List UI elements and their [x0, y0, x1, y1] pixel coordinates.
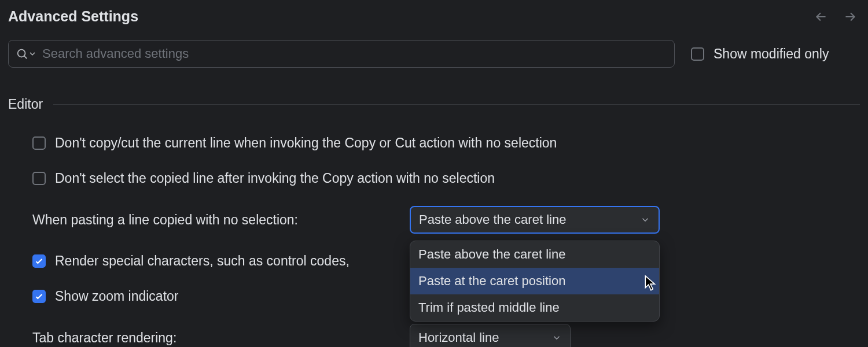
search-box[interactable]	[8, 40, 675, 68]
forward-arrow-icon[interactable]	[843, 9, 858, 24]
nav-arrows	[814, 9, 858, 24]
checkbox-show-zoom[interactable]	[32, 290, 46, 303]
back-arrow-icon[interactable]	[814, 9, 829, 24]
checkbox-dont-select-copied[interactable]	[32, 172, 46, 185]
dropdown-item-trim-middle[interactable]: Trim if pasted middle line	[410, 294, 659, 321]
dropdown-item-paste-above[interactable]: Paste above the caret line	[410, 241, 659, 268]
label-tab-rendering: Tab character rendering:	[32, 330, 410, 346]
option-dont-copy-cut[interactable]: Don't copy/cut the current line when inv…	[32, 135, 860, 151]
select-paste-behavior[interactable]: Paste above the caret line	[410, 206, 660, 234]
select-tab-value: Horizontal line	[418, 330, 499, 345]
setting-tab-rendering: Tab character rendering: Horizontal line	[32, 324, 860, 347]
search-dropdown-icon[interactable]	[30, 51, 35, 57]
section-header: Editor	[8, 97, 860, 112]
page-title: Advanced Settings	[8, 8, 138, 25]
option-dont-select-copied[interactable]: Don't select the copied line after invok…	[32, 171, 860, 186]
select-paste-value: Paste above the caret line	[419, 212, 566, 227]
section-divider	[53, 104, 860, 105]
dropdown-item-paste-at-caret[interactable]: Paste at the caret position	[410, 268, 659, 294]
search-input[interactable]	[42, 46, 667, 61]
checkbox-render-special[interactable]	[32, 254, 46, 268]
select-tab-rendering[interactable]: Horizontal line	[410, 324, 571, 347]
label-render-special: Render special characters, such as contr…	[55, 253, 350, 269]
label-paste-behavior: When pasting a line copied with no selec…	[32, 212, 410, 228]
setting-paste-behavior: When pasting a line copied with no selec…	[32, 206, 860, 234]
checkbox-dont-copy-cut[interactable]	[32, 136, 46, 150]
search-icon	[16, 47, 35, 60]
paste-dropdown: Paste above the caret line Paste at the …	[410, 241, 660, 322]
label-dont-select-copied: Don't select the copied line after invok…	[55, 171, 495, 186]
chevron-down-icon	[640, 215, 650, 225]
show-modified-only[interactable]: Show modified only	[691, 46, 829, 62]
show-modified-checkbox[interactable]	[691, 47, 704, 61]
chevron-down-icon	[551, 333, 562, 343]
svg-point-0	[18, 50, 25, 57]
label-show-zoom: Show zoom indicator	[55, 289, 179, 304]
show-modified-label: Show modified only	[713, 46, 829, 62]
label-dont-copy-cut: Don't copy/cut the current line when inv…	[55, 135, 557, 151]
section-title: Editor	[8, 97, 43, 112]
mouse-cursor-icon	[645, 275, 657, 291]
